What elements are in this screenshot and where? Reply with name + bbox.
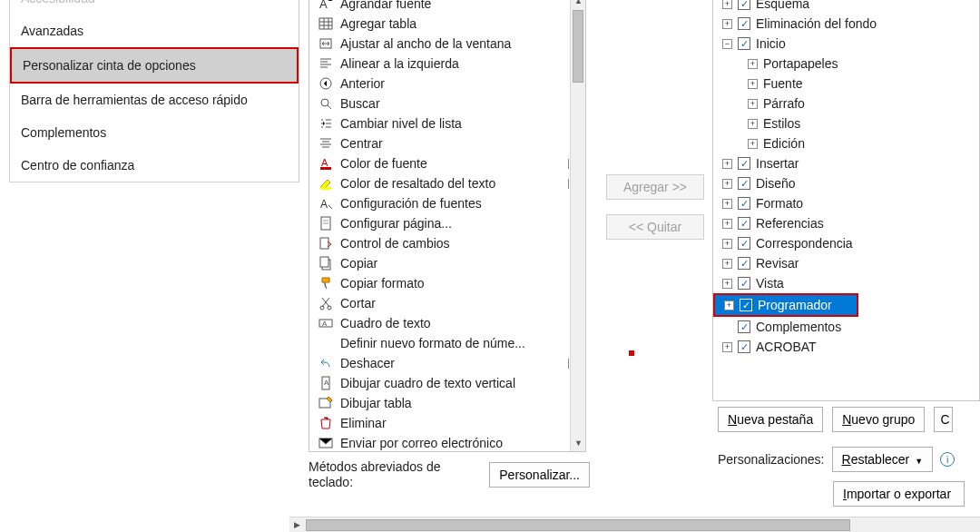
tree-node[interactable]: +Fuente — [713, 74, 979, 94]
command-item[interactable]: Centrar — [309, 133, 585, 153]
rename-button-clipped[interactable]: C — [934, 407, 952, 432]
expand-icon[interactable]: + — [748, 99, 758, 109]
command-item[interactable]: Eliminar — [309, 413, 585, 433]
tree-node[interactable]: +Eliminación del fondo — [713, 14, 979, 34]
tree-node[interactable]: +Revisar — [713, 253, 979, 273]
command-item[interactable]: Buscar — [309, 94, 585, 113]
scroll-up[interactable]: ▲ — [571, 0, 586, 9]
tree-node[interactable]: +Esquema — [713, 0, 979, 14]
expand-icon[interactable]: + — [722, 342, 732, 352]
remove-button[interactable]: << Quitar — [606, 214, 704, 240]
checkbox[interactable] — [738, 177, 750, 190]
command-item[interactable]: ACuadro de texto▶ — [309, 313, 585, 333]
expand-icon[interactable]: + — [748, 79, 758, 89]
tree-node[interactable]: +Estilos — [713, 113, 979, 133]
expand-icon[interactable]: + — [722, 239, 732, 249]
checkbox[interactable] — [738, 320, 750, 333]
expand-icon[interactable]: + — [722, 259, 732, 269]
expand-icon[interactable]: + — [722, 179, 732, 189]
format-painter-icon — [317, 275, 335, 291]
checkbox[interactable] — [738, 37, 750, 50]
scroll-thumb[interactable] — [573, 10, 583, 83]
command-item[interactable]: Configurar página... — [309, 213, 585, 233]
command-item[interactable]: Copiar formato — [309, 273, 585, 293]
expand-icon[interactable]: + — [748, 119, 758, 129]
checkbox[interactable] — [738, 340, 750, 353]
nav-complementos[interactable]: Complementos — [10, 116, 299, 149]
nav-avanzadas[interactable]: Avanzadas — [10, 15, 299, 47]
new-tab-button[interactable]: Nueva pestaña — [718, 407, 823, 432]
expand-icon[interactable]: + — [722, 219, 732, 229]
tree-node[interactable]: +Vista — [713, 273, 979, 293]
expand-icon[interactable]: + — [722, 279, 732, 289]
command-item[interactable]: AColor de fuente▶ — [309, 153, 585, 173]
commands-scrollbar[interactable]: ▲ ▼ — [570, 0, 585, 451]
tree-node[interactable]: −Inicio — [713, 34, 979, 54]
checkbox[interactable] — [738, 197, 750, 210]
expand-icon[interactable]: + — [722, 0, 732, 9]
checkbox[interactable] — [738, 237, 750, 250]
nav-accesibilidad[interactable]: Accesibilidad — [10, 0, 299, 15]
tree-node[interactable]: Complementos — [713, 317, 979, 337]
tree-node[interactable]: +Edición — [713, 133, 979, 153]
checkbox[interactable] — [740, 299, 752, 311]
info-icon[interactable]: i — [940, 452, 955, 467]
command-item[interactable]: Definir nuevo formato de núme... — [309, 333, 585, 353]
expand-icon[interactable]: + — [724, 300, 734, 310]
highlight-annotation: +Programador — [713, 293, 858, 317]
command-item[interactable]: AConfiguración de fuentes — [309, 193, 585, 213]
scroll-down[interactable]: ▼ — [571, 436, 586, 451]
expand-icon[interactable]: + — [748, 59, 758, 69]
command-item[interactable]: Anterior — [309, 74, 585, 94]
nav-barra-acceso-rapido[interactable]: Barra de herramientas de acceso rápido — [10, 84, 299, 116]
ribbon-tabs-tree[interactable]: +Esquema+Eliminación del fondo−Inicio+Po… — [712, 0, 980, 401]
checkbox[interactable] — [738, 157, 750, 170]
expand-icon[interactable]: + — [722, 159, 732, 169]
command-item[interactable]: Deshacer▶ — [309, 353, 585, 373]
import-export-dropdown[interactable]: Importar o exportar — [833, 481, 965, 507]
command-item[interactable]: Copiar — [309, 253, 585, 273]
tree-node[interactable]: +ACROBAT — [713, 337, 979, 357]
command-label: Centrar — [340, 136, 383, 151]
command-item[interactable]: Agregar tabla▶ — [309, 14, 585, 34]
tree-node[interactable]: +Párrafo — [713, 94, 979, 113]
checkbox[interactable] — [738, 277, 750, 290]
tree-node[interactable]: +Correspondencia — [713, 233, 979, 253]
tree-label: Complementos — [756, 320, 841, 334]
checkbox[interactable] — [738, 257, 750, 270]
command-item[interactable]: Alinear a la izquierda — [309, 54, 585, 74]
command-item[interactable]: Dibujar tabla — [309, 393, 585, 413]
horizontal-scrollbar[interactable]: ◀ ▶ — [289, 517, 980, 532]
tree-node[interactable]: +Diseño — [713, 173, 979, 193]
command-item[interactable]: Color de resaltado del texto▶ — [309, 173, 585, 193]
new-group-button[interactable]: Nuevo grupo — [832, 407, 925, 432]
command-item[interactable]: ADibujar cuadro de texto vertical — [309, 373, 585, 393]
nav-personalizar-cinta[interactable]: Personalizar cinta de opciones — [10, 47, 299, 84]
expand-icon[interactable]: + — [748, 139, 758, 149]
command-item[interactable]: Cortar — [309, 293, 585, 313]
commands-list[interactable]: AAgrandar fuenteAgregar tabla▶Ajustar al… — [309, 0, 586, 452]
tree-node[interactable]: +Insertar — [713, 153, 979, 173]
checkbox[interactable] — [738, 217, 750, 230]
checkbox[interactable] — [738, 0, 750, 10]
expand-icon[interactable]: + — [722, 19, 732, 29]
command-item[interactable]: Control de cambios — [309, 233, 585, 253]
customize-shortcuts-button[interactable]: Personalizar... — [489, 462, 590, 488]
svg-text:A: A — [319, 0, 328, 11]
hscroll-thumb[interactable] — [306, 519, 850, 531]
collapse-icon[interactable]: − — [722, 39, 732, 49]
checkbox[interactable] — [738, 17, 750, 30]
tree-node[interactable]: +Referencias — [713, 213, 979, 233]
hscroll-right[interactable]: ▶ — [289, 517, 305, 532]
command-item[interactable]: Ajustar al ancho de la ventana — [309, 34, 585, 54]
tree-node[interactable]: +Portapapeles — [713, 54, 979, 74]
tree-node[interactable]: +Programador — [715, 295, 857, 315]
command-item[interactable]: Cambiar nivel de lista▶ — [309, 113, 585, 133]
reset-dropdown[interactable]: Restablecer▼ — [832, 447, 934, 472]
command-item[interactable]: AAgrandar fuente — [309, 0, 585, 14]
nav-centro-confianza[interactable]: Centro de confianza — [10, 149, 299, 182]
tree-node[interactable]: +Formato — [713, 193, 979, 213]
command-item[interactable]: Enviar por correo electrónico — [309, 433, 585, 452]
expand-icon[interactable]: + — [722, 199, 732, 209]
add-button[interactable]: Agregar >> — [606, 174, 704, 200]
